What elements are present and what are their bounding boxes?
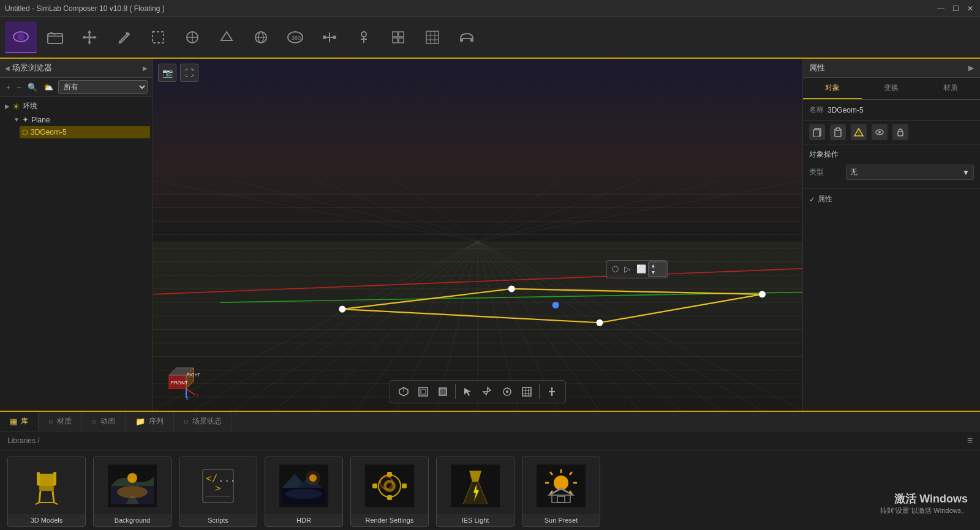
svg-rect-134 [37, 472, 40, 485]
minimize-btn[interactable]: — [936, 4, 946, 13]
svg-rect-109 [522, 387, 531, 396]
expand-scene-btn[interactable]: ▶ [143, 65, 148, 72]
copy-btn[interactable] [809, 124, 825, 140]
name-value: 3DGeom-5 [827, 106, 864, 114]
remove-object-btn[interactable]: − [16, 81, 23, 93]
sep2 [539, 384, 540, 399]
select-mode-btn[interactable] [459, 383, 477, 400]
svg-text:▼: ▼ [650, 269, 656, 275]
search-scene-btn[interactable]: 🔍 [26, 81, 39, 93]
object-actions-row: ! [803, 121, 980, 144]
svg-point-138 [117, 486, 148, 498]
library-item-render-settings[interactable]: Render Settings [350, 457, 429, 527]
open-file-btn[interactable] [39, 21, 71, 53]
lock-btn[interactable] [892, 124, 908, 140]
add-object-btn[interactable]: + [5, 81, 12, 93]
svg-line-129 [39, 491, 40, 502]
paste-btn[interactable] [830, 124, 846, 140]
rig-btn[interactable] [348, 21, 380, 53]
svg-point-108 [506, 390, 508, 393]
tab-library[interactable]: ▦ 库 [0, 412, 39, 431]
move-tool-btn[interactable] [74, 21, 105, 53]
svg-text:360: 360 [292, 35, 301, 41]
warning-btn[interactable]: ! [851, 124, 867, 140]
svg-text:⬜: ⬜ [636, 264, 647, 274]
mesh-icon: ⬡ [22, 129, 28, 136]
solid-mode-btn[interactable] [434, 383, 451, 400]
select-tool-btn[interactable] [142, 21, 174, 53]
properties-expand-btn[interactable]: ▶ [968, 64, 974, 72]
tab-materials[interactable]: ○ 材质 [39, 412, 82, 431]
orbit-mode-btn[interactable] [499, 383, 516, 400]
svg-rect-22 [393, 38, 398, 43]
scene-filter-dropdown[interactable]: 所有 [58, 80, 148, 94]
scene-toolbar-btn[interactable] [5, 21, 37, 53]
svg-rect-119 [813, 130, 820, 137]
tab-sequence[interactable]: 📁 序列 [126, 412, 174, 431]
expand-icon: ▶ [5, 103, 10, 110]
globe-btn[interactable] [245, 21, 277, 53]
library-item-sun-preset[interactable]: Sun Preset [522, 457, 600, 527]
maximize-btn[interactable]: ☐ [951, 4, 960, 13]
breadcrumb: Libraries / ≡ [0, 431, 980, 450]
svg-rect-21 [399, 32, 404, 37]
lib-label: Render Settings [351, 514, 428, 526]
tab-animation[interactable]: ○ 动画 [82, 412, 126, 431]
tab-transform[interactable]: 变换 [862, 78, 921, 99]
svg-point-77 [508, 285, 515, 292]
shapes-btn[interactable] [176, 21, 208, 53]
360-btn[interactable]: 360 [279, 21, 311, 53]
library-item-3dmodels[interactable]: 3D Models [7, 457, 86, 527]
tree-item-geom[interactable]: ⬡ 3DGeom-5 [20, 126, 150, 138]
tab-material[interactable]: 材质 [921, 78, 980, 99]
lib-label: 3D Models [8, 514, 85, 526]
svg-text:FRONT: FRONT [171, 380, 188, 386]
bottom-tabs: ▦ 库 ○ 材质 ○ 动画 📁 序列 ○ 场景状态 [0, 412, 980, 431]
grid-display-btn[interactable] [518, 383, 535, 400]
view-gizmo[interactable]: FRONT RIGHT x z [163, 358, 206, 401]
library-item-scripts[interactable]: </ ... > Scripts [179, 457, 257, 527]
tree-item-root[interactable]: ▶ ☀ 环境 [2, 99, 150, 113]
edit-tool-btn[interactable] [108, 21, 140, 53]
align-btn[interactable] [543, 383, 560, 400]
grid2-btn[interactable] [417, 21, 448, 53]
icon-area [351, 457, 428, 514]
library-item-ies-light[interactable]: IES Light [436, 457, 514, 527]
svg-rect-156 [387, 495, 392, 500]
headset-btn[interactable] [451, 21, 483, 53]
frame-mode-btn[interactable] [415, 383, 432, 400]
filter-btn[interactable]: ≡ [967, 435, 973, 446]
svg-point-139 [127, 473, 137, 483]
library-item-hdr[interactable]: HDR [265, 457, 343, 527]
tab-object[interactable]: 对象 [803, 78, 862, 99]
svg-rect-3 [153, 32, 164, 43]
object-operations-section: 对象操作 类型 无 ▼ [803, 144, 980, 189]
type-dropdown[interactable]: 无 ▼ [846, 165, 974, 180]
library-grid: 3D Models Background [0, 450, 980, 530]
object-name-row: 名称 3DGeom-5 [803, 100, 980, 121]
cube-mode-btn[interactable] [395, 383, 412, 400]
svg-rect-102 [421, 389, 426, 394]
tree-item-plane[interactable]: ▼ ✦ Plane [11, 113, 150, 126]
visibility-btn[interactable] [872, 124, 888, 140]
tab-scene-state[interactable]: ○ 场景状态 [174, 412, 232, 431]
fullscreen-btn[interactable]: ⛶ [180, 64, 198, 82]
name-label: 名称 [809, 105, 824, 115]
pointer-mode-btn[interactable] [479, 383, 496, 400]
collapse-scene-btn[interactable]: ◀ [5, 65, 10, 72]
library-item-background[interactable]: Background [93, 457, 172, 527]
cloud-btn[interactable]: ⛅ [42, 81, 55, 93]
window-controls[interactable]: — ☐ ✕ [936, 4, 975, 13]
object-ops-title: 对象操作 [809, 149, 974, 160]
connect-btn[interactable] [314, 21, 345, 53]
transform-btn[interactable] [211, 21, 243, 53]
close-btn[interactable]: ✕ [965, 4, 975, 13]
lib-label: Background [94, 514, 171, 526]
main-layout: ◀ 场景浏览器 ▶ + − 🔍 ⛅ 所有 ▶ ☀ 环境 ▼ ✦ [0, 59, 980, 411]
lib-label: Sun Preset [522, 514, 600, 526]
layout-btn[interactable] [382, 21, 414, 53]
svg-text:>: > [215, 482, 221, 494]
svg-rect-158 [402, 483, 407, 488]
svg-line-132 [54, 502, 58, 504]
screenshot-btn[interactable]: 📷 [158, 64, 176, 82]
